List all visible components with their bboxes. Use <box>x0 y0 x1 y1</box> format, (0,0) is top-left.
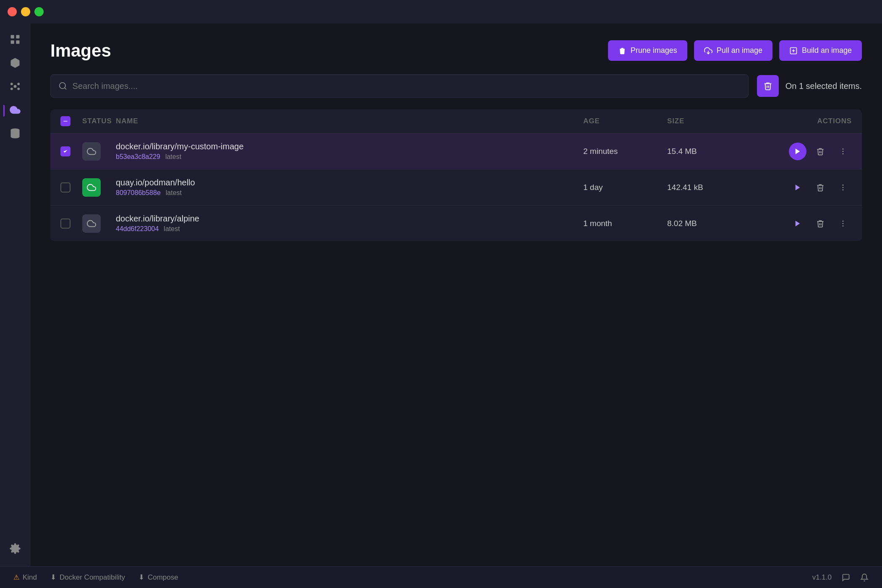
chat-icon[interactable] <box>842 573 850 582</box>
compose-icon: ⬇ <box>138 573 144 582</box>
row2-image-tag: latest <box>166 189 182 197</box>
row1-run-button[interactable] <box>789 143 806 160</box>
minus-icon <box>63 118 68 124</box>
traffic-lights <box>8 7 44 16</box>
row3-image-tag: latest <box>164 225 180 233</box>
row2-status-icon <box>82 178 101 197</box>
col-name: NAME <box>116 117 583 125</box>
prune-images-button[interactable]: Prune images <box>608 40 687 61</box>
row3-actions <box>751 215 852 232</box>
selection-count-text: On 1 selected items. <box>785 81 862 91</box>
row2-more-button[interactable] <box>834 179 852 196</box>
docker-compat-label: Docker Compatibility <box>60 573 125 582</box>
search-input[interactable] <box>73 81 741 91</box>
svg-point-23 <box>843 153 844 154</box>
svg-point-6 <box>17 83 20 85</box>
select-all-checkbox[interactable] <box>60 116 70 126</box>
images-table: STATUS NAME AGE SIZE ACTIONS <box>50 109 862 241</box>
row2-run-button[interactable] <box>789 179 806 196</box>
svg-point-25 <box>843 184 844 185</box>
row1-hash-tag: b53ea3c8a229 latest <box>116 153 583 161</box>
row2-checkbox-col[interactable] <box>60 182 82 193</box>
minimize-button[interactable] <box>21 7 30 16</box>
gear-icon <box>9 543 21 556</box>
more-icon <box>839 147 847 156</box>
row2-name-cell: quay.io/podman/hello 8097086b588e latest <box>116 178 583 197</box>
cloud-status3-icon <box>87 219 96 228</box>
search-box[interactable] <box>50 74 749 98</box>
page-header: Images Prune images Pull an image Build … <box>50 40 862 61</box>
svg-point-17 <box>60 83 65 88</box>
sidebar-item-volumes[interactable] <box>5 124 25 144</box>
bell-icon[interactable] <box>860 573 869 582</box>
row2-image-hash: 8097086b588e <box>116 189 161 197</box>
svg-line-10 <box>15 84 18 85</box>
svg-point-22 <box>843 151 844 152</box>
header-checkbox-col <box>60 116 82 126</box>
svg-line-11 <box>12 88 15 88</box>
sidebar-item-images[interactable] <box>5 101 25 121</box>
more2-icon <box>839 183 847 192</box>
row1-name-cell: docker.io/library/my-custom-image b53ea3… <box>116 142 583 161</box>
row1-image-name: docker.io/library/my-custom-image <box>116 142 583 151</box>
row2-delete-button[interactable] <box>812 179 829 196</box>
delete-selected-button[interactable] <box>757 75 779 97</box>
row3-delete-button[interactable] <box>812 215 829 232</box>
sidebar-item-pods[interactable] <box>5 77 25 97</box>
row1-status-icon <box>82 142 101 161</box>
build-image-button[interactable]: Build an image <box>779 40 862 61</box>
pull-image-button[interactable]: Pull an image <box>694 40 772 61</box>
check-icon <box>63 148 68 154</box>
row3-name-cell: docker.io/library/alpine 44dd6f223004 la… <box>116 214 583 233</box>
sidebar <box>0 23 30 566</box>
row1-delete-button[interactable] <box>812 143 829 160</box>
row3-more-button[interactable] <box>834 215 852 232</box>
sidebar-item-dashboard[interactable] <box>5 30 25 50</box>
table-row: docker.io/library/alpine 44dd6f223004 la… <box>50 206 862 241</box>
box-icon <box>9 57 21 70</box>
warning-icon: ⚠ <box>13 573 19 581</box>
pods-icon <box>9 81 21 94</box>
svg-point-26 <box>843 187 844 188</box>
sidebar-item-settings[interactable] <box>5 539 25 559</box>
svg-marker-20 <box>796 148 800 154</box>
compose-label: Compose <box>148 573 178 582</box>
svg-point-29 <box>843 220 844 221</box>
row1-checkbox[interactable] <box>60 146 70 156</box>
svg-marker-28 <box>796 221 800 226</box>
svg-line-9 <box>12 84 15 85</box>
maximize-button[interactable] <box>34 7 44 16</box>
row2-hash-tag: 8097086b588e latest <box>116 189 583 197</box>
header-actions: Prune images Pull an image Build an imag… <box>608 40 862 61</box>
row3-age: 1 month <box>583 219 667 228</box>
row3-status-icon <box>82 214 101 233</box>
play2-icon <box>794 184 801 191</box>
row1-checkbox-col[interactable] <box>60 146 82 156</box>
row3-checkbox[interactable] <box>60 219 70 229</box>
row1-more-button[interactable] <box>834 143 852 160</box>
play-icon <box>794 148 801 155</box>
sidebar-item-containers[interactable] <box>5 54 25 74</box>
svg-rect-3 <box>16 40 19 44</box>
row2-checkbox[interactable] <box>60 182 70 193</box>
row3-image-name: docker.io/library/alpine <box>116 214 583 224</box>
row3-size: 8.02 MB <box>667 219 751 228</box>
row2-size: 142.41 kB <box>667 183 751 192</box>
svg-rect-19 <box>63 121 67 121</box>
close-button[interactable] <box>8 7 17 16</box>
row3-run-button[interactable] <box>789 215 806 232</box>
status-right: v1.1.0 <box>812 573 869 582</box>
main-content: Images Prune images Pull an image Build … <box>30 23 882 566</box>
more3-icon <box>839 219 847 228</box>
row2-status-col <box>82 178 116 197</box>
row2-image-name: quay.io/podman/hello <box>116 178 583 187</box>
svg-line-12 <box>15 88 18 88</box>
row3-checkbox-col[interactable] <box>60 219 82 229</box>
status-compose: ⬇ Compose <box>138 573 178 582</box>
row1-image-tag: latest <box>165 153 181 161</box>
row2-actions <box>751 179 852 196</box>
col-actions: ACTIONS <box>751 117 852 125</box>
svg-rect-2 <box>10 40 14 44</box>
col-age: AGE <box>583 117 667 125</box>
title-bar <box>0 0 882 23</box>
